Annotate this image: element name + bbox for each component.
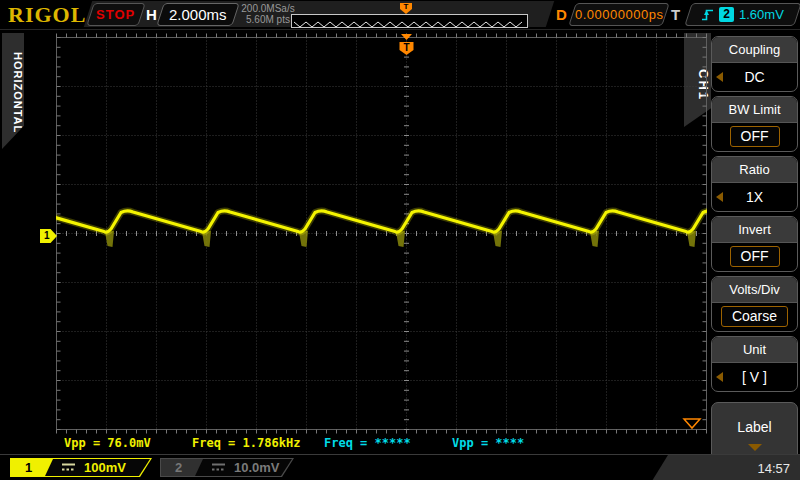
ch1-ground-level-marker[interactable]: 1 (40, 229, 57, 243)
acquisition-info: 200.0MSa/s 5.60M pts (237, 3, 299, 25)
left-arrow-icon (716, 372, 723, 382)
down-arrow-icon (748, 444, 762, 451)
trigger-delay-display: 0.00000000ps (568, 3, 669, 26)
menu-value: [ V ] (742, 369, 767, 385)
left-arrow-icon (716, 72, 723, 82)
menu-label: Volts/Div (712, 277, 797, 303)
clock: 14:57 (757, 461, 790, 476)
menu-item-coupling[interactable]: Coupling DC (711, 36, 798, 92)
menu-item-volts-div[interactable]: Volts/Div Coarse (711, 276, 798, 332)
menu-item-bw-limit[interactable]: BW Limit OFF (711, 96, 798, 152)
dc-coupling-icon (212, 463, 226, 472)
sample-rate: 200.0MSa/s (237, 3, 299, 14)
channel-1-scale: 100mV (84, 458, 126, 477)
bottom-channel-bar: 1 100mV 2 10.0mV 14:57 (0, 454, 800, 480)
left-arrow-icon (716, 192, 723, 202)
timebase-display: 2.000ms (156, 3, 239, 26)
measurement-vpp-ch1: Vpp = 76.0mV (64, 436, 151, 450)
menu-label: Ratio (712, 157, 797, 183)
menu-item-unit[interactable]: Unit [ V ] (711, 336, 798, 392)
memory-depth: 5.60M pts (237, 14, 299, 25)
menu-item-invert[interactable]: Invert OFF (711, 216, 798, 272)
clock-zone: 14:57 (652, 455, 800, 480)
graticule-display: T (56, 33, 707, 436)
svg-text:T: T (403, 42, 409, 53)
menu-item-ratio[interactable]: Ratio 1X (711, 156, 798, 212)
channel-1-status[interactable]: 1 100mV (10, 458, 152, 477)
menu-value: OFF (730, 246, 780, 267)
memory-waveform-icon: T (291, 14, 528, 28)
channel-2-status[interactable]: 2 10.0mV (160, 458, 294, 477)
menu-value: 1X (746, 189, 763, 205)
delay-label: D (556, 6, 567, 23)
rising-edge-trigger-icon (702, 8, 714, 21)
menu-value: Coarse (721, 306, 788, 327)
trigger-level-value: 1.60mV (739, 7, 784, 22)
trigger-label: T (671, 6, 680, 23)
run-stop-label: STOP (96, 7, 135, 22)
trigger-status-display: 2 1.60mV (684, 3, 800, 26)
menu-value: OFF (730, 126, 780, 147)
channel-2-scale: 10.0mV (234, 458, 280, 477)
trigger-source-badge: 2 (719, 7, 734, 22)
tab-horizontal[interactable]: HORIZONTAL (2, 33, 24, 149)
memory-zigzag-icon (292, 19, 525, 29)
horizontal-system-label: H (146, 6, 157, 23)
oscilloscope-screen: RIGOL STOP H 2.000ms 200.0MSa/s 5.60M pt… (0, 0, 800, 480)
menu-label: Label (737, 419, 771, 435)
rigol-logo: RIGOL (8, 2, 86, 28)
measurement-vpp-ch2: Vpp = **** (452, 436, 524, 450)
menu-label: BW Limit (712, 97, 797, 123)
menu-label: Invert (712, 217, 797, 243)
channel-menu: Coupling DC BW Limit OFF Ratio 1X Invert… (711, 36, 798, 472)
menu-label: Coupling (712, 37, 797, 63)
top-status-bar: RIGOL STOP H 2.000ms 200.0MSa/s 5.60M pt… (0, 0, 800, 30)
measurement-freq-ch2: Freq = ***** (324, 436, 411, 450)
run-stop-status: STOP (86, 3, 145, 26)
menu-label: Unit (712, 337, 797, 363)
menu-value: DC (744, 69, 764, 85)
delay-value: 0.00000000ps (575, 7, 663, 22)
dc-coupling-icon (62, 463, 76, 472)
timebase-value: 2.000ms (169, 6, 227, 23)
measurement-freq-ch1: Freq = 1.786kHz (192, 436, 300, 450)
